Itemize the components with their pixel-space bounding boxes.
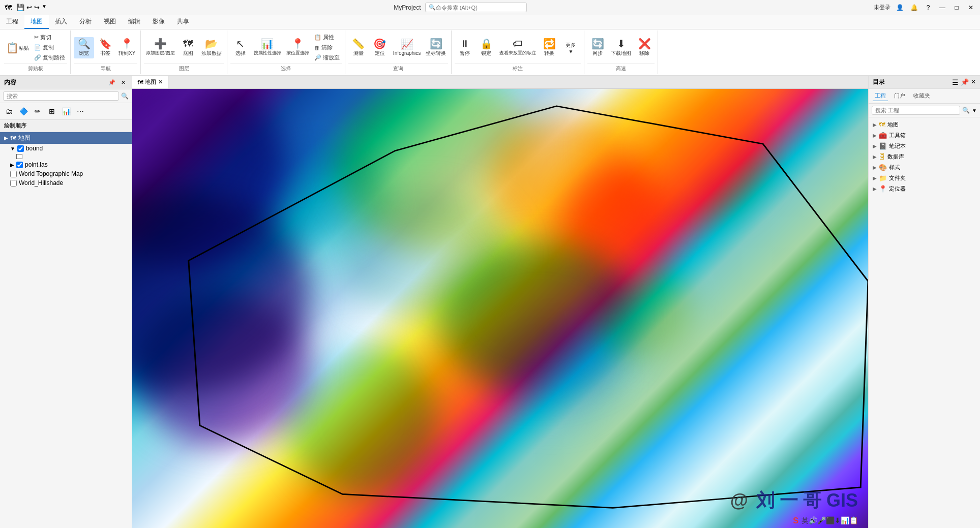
tab-analysis[interactable]: 分析	[73, 15, 98, 29]
layer-search-input[interactable]	[3, 91, 119, 101]
select-by-loc-button[interactable]: 📍 按位置选择	[284, 37, 311, 58]
catalog-item-notebook[interactable]: ▶ 📓 笔记本	[869, 141, 980, 151]
pointlas-checkbox[interactable]	[16, 162, 23, 168]
tab-share[interactable]: 共享	[171, 15, 195, 29]
query-buttons: 📏 测量 🎯 定位 📈 Infographics 🔄 坐标转换	[348, 32, 448, 64]
pause-button[interactable]: ⏸ 暂停	[455, 37, 475, 58]
clear-button[interactable]: 🗑清除	[312, 43, 342, 52]
user-icon[interactable]: 👤	[895, 3, 905, 13]
bound-checkbox[interactable]	[17, 145, 24, 152]
convert-button[interactable]: 🔁 转换	[539, 37, 559, 58]
close-button[interactable]: ✕	[966, 3, 976, 13]
draw-button[interactable]: ✏	[32, 105, 44, 117]
ribbon-content: 📋 粘贴 ✂剪切 📄复制 🔗复制路径 剪贴板 🔍 浏览 🔖	[0, 29, 980, 75]
layer-item-hillshade[interactable]: World_Hillshade	[0, 178, 132, 188]
tab-map[interactable]: 地图	[24, 15, 49, 29]
tab-project[interactable]: 工程	[0, 15, 24, 29]
tab-insert[interactable]: 插入	[49, 15, 73, 29]
measure-button[interactable]: 📏 测量	[348, 37, 369, 58]
infographics-button[interactable]: 📈 Infographics	[391, 38, 423, 57]
hillshade-checkbox[interactable]	[10, 180, 17, 187]
command-search[interactable]: 🔍	[425, 3, 527, 12]
bookmark-button[interactable]: 🔖 书签	[95, 37, 115, 58]
chart-button[interactable]: 📊	[60, 105, 72, 117]
redo-icon[interactable]: ↪	[34, 4, 40, 11]
panel-pin-button[interactable]: 📌	[107, 78, 116, 87]
ribbon-group-select: ↖ 选择 📊 按属性性选择 📍 按位置选择 📋属性 🗑清除 🔎缩放至 选择	[227, 30, 345, 74]
layer-item-bound-rect[interactable]	[0, 153, 132, 160]
add-3d-button[interactable]: 🔷	[17, 105, 29, 117]
catalog-tab-portal[interactable]: 门户	[892, 91, 907, 101]
layer-item-pointlas[interactable]: ▶ point.las	[0, 160, 132, 169]
save-icon[interactable]: 💾	[16, 4, 24, 11]
maximize-button[interactable]: □	[952, 3, 962, 13]
catalog-tree: ▶ 🗺 地图 ▶ 🧰 工具箱 ▶ 📓 笔记本 ▶ 🗄 数据库 ▶ 🎨	[869, 117, 980, 196]
add-data-button[interactable]: 📂 添加数据	[199, 37, 224, 58]
catalog-item-toolbox[interactable]: ▶ 🧰 工具箱	[869, 130, 980, 141]
command-search-input[interactable]	[436, 5, 517, 11]
layer-item-bound[interactable]: ▼ bound	[0, 144, 132, 153]
help-icon[interactable]: ?	[923, 3, 933, 13]
basemap-button[interactable]: 🗺 底图	[178, 37, 198, 58]
topo-checkbox[interactable]	[10, 171, 17, 177]
minimize-button[interactable]: —	[937, 3, 947, 13]
cut-button[interactable]: ✂剪切	[32, 33, 67, 42]
catalog-tab-project[interactable]: 工程	[873, 91, 888, 101]
download-map-button[interactable]: ⬇ 下载地图	[609, 37, 633, 58]
catalog-item-styles[interactable]: ▶ 🎨 样式	[869, 162, 980, 173]
catalog-search-icon: 🔍	[962, 107, 970, 114]
panel-close-button[interactable]: ✕	[118, 78, 128, 87]
more-button[interactable]: 更多▼	[560, 39, 581, 56]
catalog-item-map[interactable]: ▶ 🗺 地图	[869, 119, 980, 130]
more-tools-button[interactable]: ⋯	[74, 105, 86, 117]
map-canvas[interactable]: @ 刘 一 哥 GIS S 英🔊🎤⬛⬇📊📋	[132, 89, 868, 528]
dropdown-icon[interactable]: ▼	[42, 4, 47, 11]
catalog-pin-icon[interactable]: 📌	[961, 78, 969, 86]
notification-icon[interactable]: 🔔	[909, 3, 919, 13]
catalog-item-locator[interactable]: ▶ 📍 定位器	[869, 183, 980, 194]
sync-button[interactable]: 🔄 网步	[587, 37, 608, 58]
tab-edit[interactable]: 编辑	[122, 15, 146, 29]
map-tab[interactable]: 🗺 地图 ✕	[132, 76, 168, 88]
zoom-to-button[interactable]: 🔎缩放至	[312, 53, 342, 63]
add-data-icon: 📂	[205, 39, 218, 49]
catalog-item-folder[interactable]: ▶ 📁 文件夹	[869, 173, 980, 183]
select-by-attr-button[interactable]: 📊 按属性性选择	[252, 37, 283, 58]
login-button[interactable]: 未登录	[874, 4, 890, 11]
grid-button[interactable]: ⊞	[46, 105, 58, 117]
draw-order-label: 绘制顺序	[0, 120, 132, 132]
paste-button[interactable]: 📋 粘贴	[4, 41, 31, 54]
catalog-header: 目录 ☰ 📌 ✕	[869, 76, 980, 89]
layer-item-topo[interactable]: World Topographic Map	[0, 169, 132, 178]
catalog-menu-icon[interactable]: ☰	[952, 78, 959, 86]
lock-button[interactable]: 🔒 锁定	[476, 37, 496, 58]
attribute-button[interactable]: 📋属性	[312, 33, 342, 42]
tab-view[interactable]: 视图	[98, 15, 122, 29]
catalog-tab-favorites[interactable]: 收藏夹	[911, 91, 932, 101]
copy-button[interactable]: 📄复制	[32, 43, 67, 52]
map-folder-icon: 🗺	[879, 121, 885, 129]
locate-button[interactable]: 🎯 定位	[370, 37, 390, 58]
tab-imagery[interactable]: 影像	[146, 15, 171, 29]
browse-button[interactable]: 🔍 浏览	[74, 37, 94, 58]
ribbon-group-highspeed: 🔄 网步 ⬇ 下载地图 ❌ 移除 高速	[584, 30, 658, 74]
layer-item-map[interactable]: ▶ 🗺 地图	[0, 132, 132, 144]
map-tab-close-button[interactable]: ✕	[158, 79, 163, 85]
coord-transform-button[interactable]: 🔄 坐标转换	[424, 37, 448, 58]
goto-xy-button[interactable]: 📍 转到XY	[116, 37, 137, 58]
topo-layer-name: World Topographic Map	[19, 170, 83, 177]
catalog-item-database[interactable]: ▶ 🗄 数据库	[869, 151, 980, 162]
copy-path-button[interactable]: 🔗复制路径	[32, 53, 67, 63]
catalog-search-input[interactable]	[872, 106, 960, 115]
add-layer-button[interactable]: ➕ 添加图层/图层	[144, 37, 177, 58]
view-unplaced-icon: 🏷	[513, 39, 523, 49]
catalog-search-dropdown[interactable]: ▼	[972, 108, 977, 113]
locator-arrow-icon: ▶	[873, 186, 877, 192]
catalog-close-icon[interactable]: ✕	[971, 78, 976, 86]
remove-button[interactable]: ❌ 移除	[634, 37, 655, 58]
view-unplaced-button[interactable]: 🏷 查看未放置的标注	[497, 37, 538, 58]
undo-icon[interactable]: ↩	[26, 4, 32, 11]
select-button[interactable]: ↖ 选择	[230, 37, 251, 58]
add-preset-button[interactable]: 🗂	[3, 105, 15, 117]
map-arrow-icon: ▶	[873, 122, 877, 128]
